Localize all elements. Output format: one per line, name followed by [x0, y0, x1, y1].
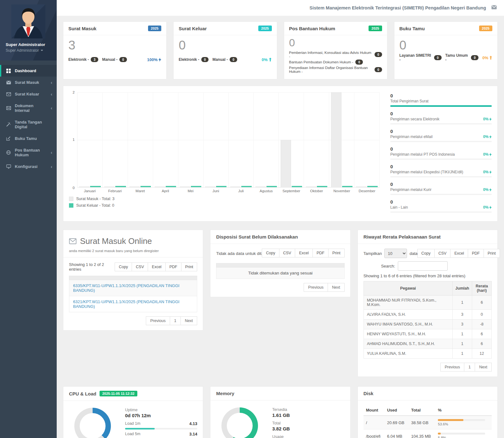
print-button[interactable]: Print — [181, 262, 198, 271]
chart-month-group — [354, 92, 380, 187]
excel-button[interactable]: Excel — [450, 249, 468, 258]
memory-donut-chart — [221, 407, 258, 438]
load-1m: Load 1m4.13 — [125, 421, 197, 429]
chart-x-tick-label: Agustus — [254, 187, 279, 193]
print-button[interactable]: Print — [328, 249, 345, 257]
sidebar-item-pos-bantuan-hukum[interactable]: Pos Bantuan Hukum ‹ — [0, 144, 57, 161]
page-size-select[interactable]: 10 — [384, 249, 407, 258]
chart-legend: Surat Masuk - Total: 3 Surat Keluar - To… — [69, 197, 380, 208]
surat-link[interactable]: 6321/KPT.W11-U/PW1.1.1/X/2025 (PENGADILA… — [73, 299, 180, 309]
showing-entries: Showing 1 to 2 of 2 entries — [69, 262, 115, 272]
table-row: AHMAD HALIMUDDIN, S.T., S.H.,M.H.16 — [364, 339, 491, 349]
chevron-left-icon: ‹ — [51, 165, 52, 168]
card-buku-tamu: Buku Tamu 2025 0 Layanan SIMETRI -0 Tamu… — [394, 21, 498, 79]
count-pill: 0 — [434, 55, 442, 60]
page-1-button[interactable]: 1 — [170, 316, 181, 325]
stat-label: Penyediaan Informasi Daftar Organisasi B… — [289, 66, 372, 73]
sidebar-item-dokumen-internal[interactable]: Dokumen Internal ‹ — [0, 100, 57, 116]
column-header-rerata[interactable]: Rerata (hari) — [472, 281, 491, 296]
count-pill: 3 — [91, 57, 98, 62]
user-name: Super Administrator — [6, 42, 51, 47]
chart-panel: 2 1 0 JanuariFebruariMaretAprilMeiJuniJu… — [63, 86, 498, 222]
user-role-label: Super Administrator — [6, 48, 39, 53]
next-page-button[interactable]: Next — [328, 283, 345, 292]
copy-button[interactable]: Copy — [417, 249, 435, 258]
delivery-item: 0 Pengiriman melalui Kurir0% — [390, 182, 492, 195]
previous-page-button[interactable]: Previous — [440, 363, 465, 372]
year-badge: 2025 — [258, 26, 272, 31]
sidebar-item-surat-keluar[interactable]: Surat Keluar ‹ — [0, 88, 57, 100]
next-page-button[interactable]: Next — [180, 316, 198, 325]
uptime-label: Uptime — [125, 408, 197, 412]
sidebar-item-buku-tamu[interactable]: Buku Tamu — [0, 133, 57, 144]
csv-button[interactable]: CSV — [132, 262, 148, 271]
page-1-button[interactable]: 1 — [464, 363, 475, 372]
chart-bar — [155, 187, 165, 187]
card-title: Buku Tamu — [399, 26, 425, 31]
count-pill: 0 — [375, 52, 382, 57]
chart-month-group — [77, 92, 103, 187]
bolt-icon — [489, 188, 492, 192]
previous-page-button[interactable]: Previous — [304, 283, 328, 292]
table-header-strip — [216, 263, 344, 268]
surat-link[interactable]: 6335/KPT.W11-U/PW1.1.1/X/2025 (PENGADILA… — [73, 283, 180, 293]
csv-button[interactable]: CSV — [434, 249, 451, 258]
excel-button[interactable]: Excel — [295, 249, 313, 257]
search-input[interactable] — [398, 261, 448, 271]
mail-button[interactable] — [491, 5, 497, 11]
chart-x-tick-label: Januari — [77, 187, 102, 193]
disk-table: Mount Used Total % / 20.69 GB 38.58 GB — [364, 405, 492, 438]
chart-bar — [342, 186, 352, 187]
sidebar-item-label: Konfigurasi — [15, 164, 37, 169]
previous-page-button[interactable]: Previous — [146, 316, 170, 325]
delivery-item: 0 Pengiriman melalui Ekspedisi (TIKI/JNE… — [390, 164, 492, 177]
sidebar-item-tanda-tangan-digital[interactable]: Tanda Tangan Digital — [0, 116, 57, 133]
copy-button[interactable]: Copy — [262, 249, 279, 257]
user-role-dropdown[interactable]: Super Administrator — [6, 48, 51, 53]
excel-button[interactable]: Excel — [148, 262, 166, 271]
table-row: 6335/KPT.W11-U/PW1.1.1/X/2025 (PENGADILA… — [69, 280, 197, 296]
sidebar-item-konfigurasi[interactable]: Konfigurasi ‹ — [0, 161, 57, 172]
next-page-button[interactable]: Next — [475, 363, 492, 372]
chart-bar — [306, 187, 316, 187]
stat-label: Elektronik - — [179, 57, 199, 62]
chart-bar — [367, 186, 378, 187]
count-pill: 0 — [119, 57, 127, 62]
card-value: 3 — [68, 38, 161, 52]
pdf-button[interactable]: PDF — [312, 249, 329, 257]
stat-cards-row: Surat Masuk 2025 3 Elektronik -3 Manual … — [63, 21, 498, 79]
delivery-item: 0 Pengiriman melalui PT POS Indonesia0% — [390, 146, 492, 160]
progress-bar — [390, 211, 492, 213]
year-badge: 2025 — [369, 26, 382, 31]
progress-bar — [390, 141, 492, 142]
year-badge: 2025 — [148, 26, 161, 31]
sidebar-item-surat-masuk[interactable]: Surat Masuk ‹ — [0, 77, 57, 88]
delivery-total: 0 Total Pengiriman Surat — [390, 93, 492, 107]
print-button[interactable]: Print — [484, 249, 500, 258]
pdf-button[interactable]: PDF — [165, 262, 181, 271]
legend-swatch — [69, 203, 73, 208]
chevron-left-icon: ‹ — [51, 93, 52, 96]
chart-bar — [129, 187, 140, 187]
csv-button[interactable]: CSV — [279, 249, 295, 257]
card-value: 0 — [289, 37, 382, 49]
envelope-icon — [6, 80, 11, 85]
card-pos-bantuan-hukum: Pos Bantuan Hukum 2025 0 Pemberian Infor… — [284, 21, 387, 79]
usage-label: Usage — [272, 435, 344, 438]
column-header-jumlah[interactable]: Jumlah — [452, 281, 472, 296]
stat-label: Bantuan Pembuatan Dokumen Hukum - — [289, 60, 353, 64]
chart-bar — [205, 187, 215, 187]
sidebar-item-dashboard[interactable]: Dashboard — [0, 65, 57, 77]
delivery-item: 0 Pengiriman melalui eMail0% — [390, 129, 492, 142]
chart-month-group — [329, 92, 354, 187]
pdf-button[interactable]: PDF — [468, 249, 484, 258]
copy-button[interactable]: Copy — [115, 262, 132, 271]
tersedia-value: 1.61 GB — [272, 412, 344, 418]
chart-bar — [191, 186, 201, 187]
year-badge: 2025 — [479, 26, 492, 31]
column-header-pegawai[interactable]: Pegawai — [364, 281, 452, 296]
stat-label: Elektronik - — [68, 57, 89, 62]
chart-bar — [317, 186, 327, 187]
chart-x-tick-label: Mei — [178, 187, 203, 193]
pagination: Previous 1 Next — [69, 316, 197, 325]
